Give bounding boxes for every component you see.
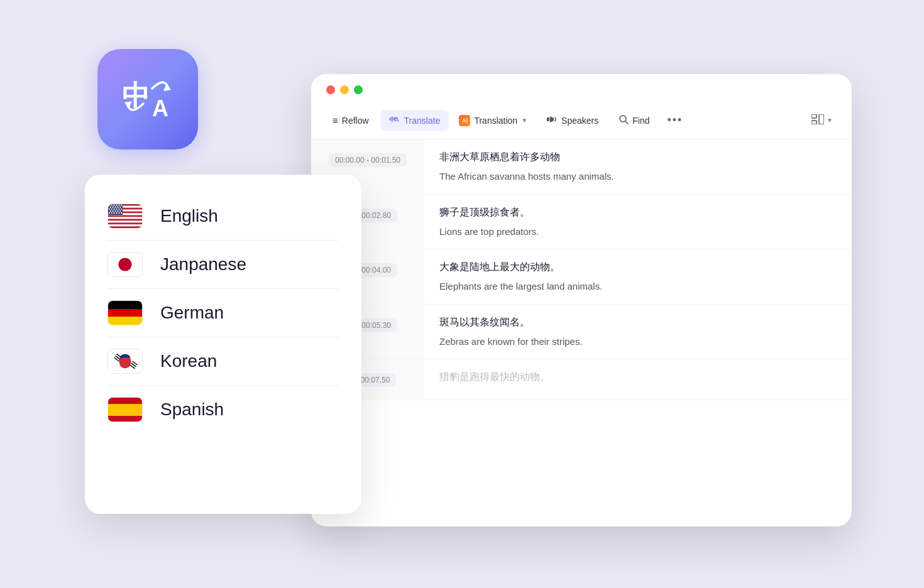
svg-point-25 <box>113 207 114 208</box>
subtitle-original: 斑马以其条纹闻名。 <box>439 315 837 330</box>
subtitle-translated: Zebras are known for their stripes. <box>439 335 837 349</box>
language-name-japanese: Janpanese <box>160 254 246 275</box>
svg-rect-12 <box>108 219 142 220</box>
app-icon: 中 A <box>97 49 198 150</box>
layout-icon <box>811 114 824 126</box>
svg-point-19 <box>111 204 113 205</box>
language-name-german: German <box>160 303 224 323</box>
translate-icon: 中 A <box>389 114 400 126</box>
translate-button[interactable]: 中 A Translate <box>380 110 449 131</box>
speakers-button[interactable]: Speakers <box>537 110 607 131</box>
reflow-button[interactable]: ≡ Reflow <box>324 111 378 130</box>
subtitle-original: 大象是陆地上最大的动物。 <box>439 259 837 275</box>
translation-dropdown[interactable]: Ai Translation ▼ <box>451 111 535 131</box>
flag-us <box>107 204 143 229</box>
svg-line-60 <box>625 121 628 124</box>
svg-point-26 <box>114 207 116 208</box>
language-panel: English Janpanese German <box>85 175 361 514</box>
svg-rect-11 <box>108 217 142 219</box>
svg-point-21 <box>116 204 117 205</box>
svg-point-44 <box>118 212 119 214</box>
reflow-icon: ≡ <box>333 115 338 126</box>
traffic-lights <box>326 85 837 94</box>
subtitle-row: 00:00.00 - 00:01.50 非洲大草原栖息着许多动物 The Afr… <box>311 139 852 195</box>
subtitle-translated: The African savanna hosts many animals. <box>439 170 837 184</box>
language-name-spanish: Spanish <box>160 400 224 420</box>
svg-point-32 <box>116 209 117 210</box>
svg-point-31 <box>113 209 114 210</box>
ai-badge: Ai <box>459 115 470 126</box>
svg-rect-15 <box>108 224 142 226</box>
more-button[interactable]: ••• <box>661 109 689 131</box>
subtitle-original: 狮子是顶级掠食者。 <box>439 205 837 220</box>
svg-rect-13 <box>108 220 142 222</box>
svg-point-28 <box>119 207 121 208</box>
svg-point-34 <box>121 209 122 210</box>
speakers-icon <box>546 114 558 126</box>
layout-arrow-icon: ▼ <box>827 117 833 124</box>
svg-rect-10 <box>108 215 142 217</box>
svg-text:中: 中 <box>122 80 150 111</box>
flag-de <box>107 300 143 325</box>
close-button[interactable] <box>326 85 335 94</box>
reflow-label: Reflow <box>342 116 369 126</box>
subtitle-content: 斑马以其条纹闻名。 Zebras are known for their str… <box>424 305 852 359</box>
svg-point-33 <box>118 209 119 210</box>
subtitle-row: 20 - 00:07.50 猎豹是跑得最快的动物。 <box>311 359 852 400</box>
svg-text:A: A <box>395 116 399 123</box>
layout-button[interactable]: ▼ <box>805 110 839 131</box>
subtitle-row: .00 - 00:05.30 斑马以其条纹闻名。 Zebras are know… <box>311 305 852 360</box>
translate-label: Translate <box>404 116 441 126</box>
svg-rect-63 <box>819 114 824 124</box>
svg-point-23 <box>121 204 122 205</box>
chevron-down-icon: ▼ <box>521 117 527 124</box>
subtitle-translated: Elephants are the largest land animals. <box>439 280 837 294</box>
subtitle-original: 猎豹是跑得最快的动物。 <box>439 369 837 384</box>
window-chrome <box>311 74 852 94</box>
flag-jp <box>107 252 143 277</box>
subtitle-content: 大象是陆地上最大的动物。 Elephants are the largest l… <box>424 249 852 304</box>
language-item-korean[interactable]: Korean <box>107 337 339 386</box>
svg-rect-62 <box>811 121 817 124</box>
more-icon: ••• <box>667 114 683 126</box>
svg-point-37 <box>114 210 116 212</box>
subtitle-row: .50 - 00:02.80 狮子是顶级掠食者。 Lions are top p… <box>311 195 852 250</box>
svg-point-47 <box>118 258 131 271</box>
speakers-label: Speakers <box>561 116 598 126</box>
svg-point-45 <box>121 212 122 214</box>
subtitle-list: 00:00.00 - 00:01.50 非洲大草原栖息着许多动物 The Afr… <box>311 139 852 523</box>
subtitle-content: 非洲大草原栖息着许多动物 The African savanna hosts m… <box>424 139 852 194</box>
svg-point-39 <box>119 210 121 212</box>
svg-point-29 <box>109 209 110 210</box>
minimize-button[interactable] <box>340 85 349 94</box>
svg-text:A: A <box>152 95 168 121</box>
language-item-german[interactable]: German <box>107 289 339 337</box>
svg-rect-58 <box>547 117 549 121</box>
svg-point-30 <box>111 209 113 210</box>
svg-point-22 <box>118 204 119 205</box>
flag-es <box>107 397 143 422</box>
time-badge: 00:00.00 - 00:01.50 <box>329 153 407 167</box>
subtitle-row: .80 - 00:04.00 大象是陆地上最大的动物。 Elephants ar… <box>311 249 852 305</box>
svg-point-18 <box>109 204 110 205</box>
svg-point-41 <box>111 212 113 214</box>
app-icon-text: 中 A <box>119 71 176 128</box>
language-item-spanish[interactable]: Spanish <box>107 386 339 433</box>
scene: 中 A English <box>85 36 839 552</box>
search-icon <box>619 114 629 126</box>
svg-marker-1 <box>163 84 171 91</box>
subtitle-content: 猎豹是跑得最快的动物。 <box>424 359 852 400</box>
svg-point-42 <box>113 212 114 214</box>
language-item-japanese[interactable]: Janpanese <box>107 241 339 289</box>
svg-point-43 <box>116 212 117 214</box>
svg-point-24 <box>110 207 111 208</box>
svg-point-38 <box>117 210 118 212</box>
find-button[interactable]: Find <box>610 110 658 131</box>
subtitle-translated: Lions are top predators. <box>439 225 837 239</box>
svg-point-20 <box>113 204 114 205</box>
svg-rect-16 <box>108 226 142 228</box>
find-label: Find <box>632 116 649 126</box>
maximize-button[interactable] <box>354 85 363 94</box>
language-item-english[interactable]: English <box>107 192 339 241</box>
subtitle-content: 狮子是顶级掠食者。 Lions are top predators. <box>424 195 852 249</box>
